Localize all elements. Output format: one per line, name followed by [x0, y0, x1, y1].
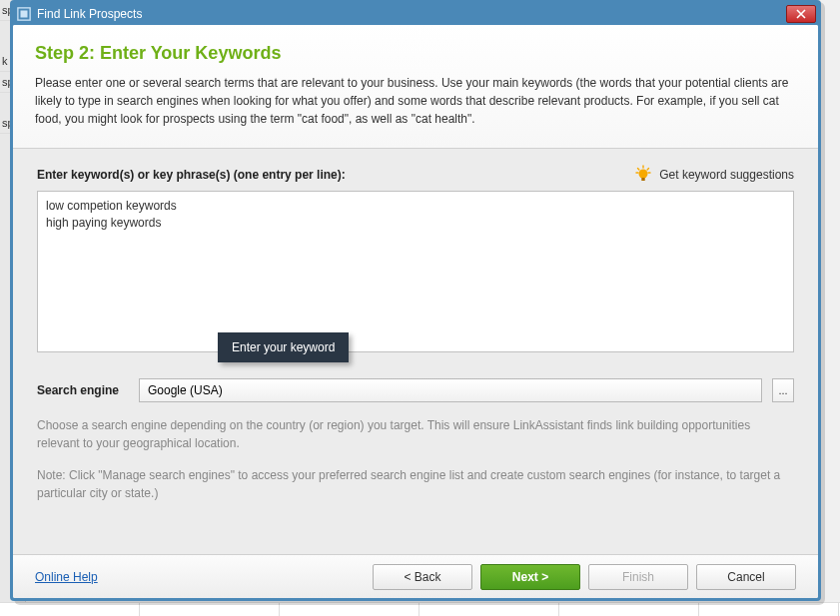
finish-button: Finish [588, 564, 688, 590]
keyword-suggestions-link[interactable]: Get keyword suggestions [633, 165, 794, 185]
svg-rect-3 [642, 178, 645, 181]
close-button[interactable] [786, 5, 816, 23]
footer-bar: Online Help < Back Next > Finish Cancel [13, 554, 818, 598]
lightbulb-icon [633, 165, 653, 185]
dialog-window: Find Link Prospects Step 2: Enter Your K… [10, 0, 821, 601]
next-button[interactable]: Next > [480, 564, 580, 590]
svg-point-2 [639, 170, 648, 179]
back-button[interactable]: < Back [373, 564, 472, 590]
search-engine-select[interactable]: Google (USA) [139, 378, 762, 402]
dialog-body: Step 2: Enter Your Keywords Please enter… [13, 25, 818, 598]
keywords-input[interactable] [37, 191, 794, 352]
suggestions-label: Get keyword suggestions [659, 168, 794, 182]
search-engine-label: Search engine [37, 383, 129, 397]
window-title: Find Link Prospects [37, 7, 786, 21]
step-title: Step 2: Enter Your Keywords [35, 43, 796, 64]
titlebar[interactable]: Find Link Prospects [13, 3, 818, 25]
search-engine-value: Google (USA) [148, 383, 223, 397]
online-help-link[interactable]: Online Help [35, 570, 365, 584]
search-engine-note: Note: Click "Manage search engines" to a… [37, 466, 794, 502]
search-engine-description: Choose a search engine depending on the … [37, 416, 794, 452]
svg-rect-1 [21, 11, 28, 18]
step-description: Please enter one or several search terms… [35, 74, 796, 128]
search-engine-more-button[interactable]: ... [772, 378, 794, 402]
app-icon [17, 7, 31, 21]
header-section: Step 2: Enter Your Keywords Please enter… [13, 25, 818, 149]
cancel-button[interactable]: Cancel [696, 564, 796, 590]
keywords-label: Enter keyword(s) or key phrase(s) (one e… [37, 168, 346, 182]
content-section: Enter keyword(s) or key phrase(s) (one e… [13, 149, 818, 554]
